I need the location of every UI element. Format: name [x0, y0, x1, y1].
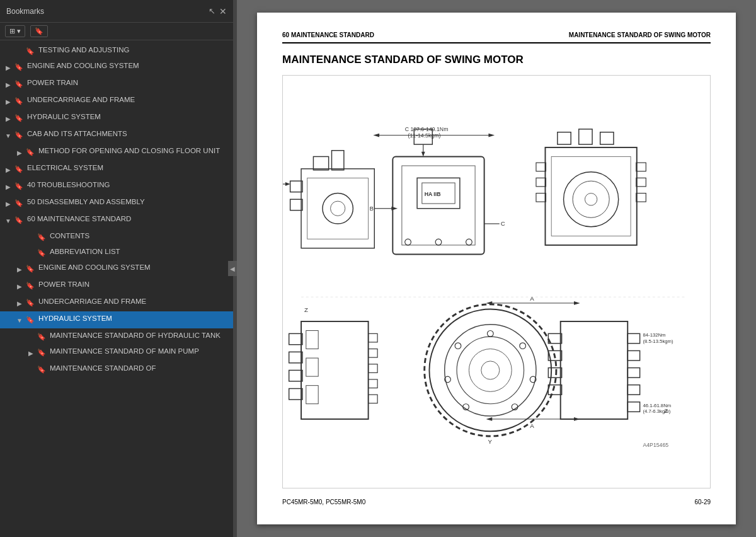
list-item[interactable]: ▶ 🔖 40 TROUBLESHOOTING: [0, 178, 233, 195]
list-item[interactable]: ▶ 🔖 METHOD FOR OPENING AND CLOSING FLOOR…: [0, 144, 233, 161]
svg-rect-42: [536, 163, 546, 171]
bookmarks-header: Bookmarks ↖ ✕: [0, 0, 233, 23]
list-item[interactable]: ▶ 🔖 ELECTRICAL SYSTEM: [0, 161, 233, 178]
svg-rect-0: [301, 169, 374, 248]
expand-icon[interactable]: ▶: [3, 164, 14, 175]
list-item-hydraulic-system-active[interactable]: ▼ 🔖 HYDRAULIC SYSTEM: [0, 311, 233, 328]
list-item[interactable]: ▶ 🔖 50 DISASSEMBLY AND ASSEMBLY: [0, 195, 233, 212]
svg-marker-51: [574, 301, 580, 305]
svg-rect-65: [369, 395, 378, 403]
svg-rect-5: [307, 178, 369, 239]
bookmark-icon-button[interactable]: 🔖: [30, 25, 48, 37]
list-item[interactable]: ▼ 🔖 60 MAINTENANCE STANDARD: [0, 212, 233, 229]
bookmark-icon: 🔖: [14, 130, 24, 140]
list-item[interactable]: ▶ 🔖 UNDERCARRIAGE AND FRAME: [0, 294, 233, 311]
bookmark-label: TESTING AND ADJUSTING: [38, 45, 229, 55]
svg-rect-47: [636, 193, 646, 202]
svg-rect-58: [306, 330, 318, 349]
expand-icon[interactable]: ▶: [14, 263, 25, 275]
toolbar-row: ⊞ ▾ 🔖: [0, 23, 233, 40]
svg-text:C: C: [501, 220, 505, 227]
expand-icon[interactable]: ▶: [3, 62, 14, 73]
svg-rect-83: [627, 368, 639, 378]
bookmark-label: ABBREVIATION LIST: [50, 247, 229, 257]
expand-icon[interactable]: ▶: [3, 198, 14, 209]
expand-icon[interactable]: ▶: [3, 181, 14, 192]
bookmark-icon: 🔖: [35, 27, 43, 35]
list-item[interactable]: 🔖 MAINTENANCE STANDARD OF HYDRAULIC TANK: [0, 328, 233, 344]
svg-text:A: A: [530, 422, 534, 429]
expand-icon[interactable]: ▶: [3, 96, 14, 107]
bookmarks-title: Bookmarks: [6, 7, 44, 16]
svg-rect-44: [536, 193, 546, 202]
svg-rect-45: [636, 163, 646, 171]
close-icon[interactable]: ✕: [219, 6, 227, 16]
svg-rect-60: [306, 386, 318, 404]
bookmarks-list[interactable]: 🔖 TESTING AND ADJUSTING ▶ 🔖 ENGINE AND C…: [0, 40, 233, 537]
expand-icon[interactable]: ▶: [25, 347, 37, 359]
doc-footer-model: PC45MR-5M0, PC55MR-5M0: [282, 499, 365, 505]
svg-rect-56: [289, 370, 302, 381]
list-item[interactable]: ▶ 🔖 UNDERCARRIAGE AND FRAME: [0, 93, 233, 110]
svg-rect-54: [289, 333, 302, 344]
bookmark-label: 40 TROUBLESHOOTING: [27, 180, 229, 190]
list-item[interactable]: ▶ 🔖 POWER TRAIN: [0, 76, 233, 93]
list-item[interactable]: ▶ 🔖 POWER TRAIN: [0, 277, 233, 294]
svg-rect-37: [545, 147, 636, 245]
bookmark-icon: 🔖: [37, 248, 47, 258]
expand-icon[interactable]: ▼: [14, 315, 25, 326]
svg-rect-34: [558, 132, 571, 144]
bookmark-label: ELECTRICAL SYSTEM: [27, 163, 229, 173]
list-item[interactable]: 🔖 CONTENTS: [0, 229, 233, 245]
resize-arrow[interactable]: ◀: [228, 261, 237, 276]
svg-marker-15: [488, 134, 495, 137]
doc-header: 60 MAINTENANCE STANDARD MAINTENANCE STAN…: [282, 32, 711, 43]
bookmark-icon: 🔖: [25, 297, 35, 308]
list-item[interactable]: ▶ 🔖 ENGINE AND COOLING SYSTEM: [0, 260, 233, 277]
bookmark-label: MAINTENANCE STANDARD OF MAIN PUMP: [50, 347, 229, 356]
list-item[interactable]: ▶ 🔖 ENGINE AND COOLING SYSTEM: [0, 59, 233, 76]
expand-icon[interactable]: ▶: [14, 147, 25, 158]
svg-marker-95: [486, 417, 493, 421]
bookmark-icon: 🔖: [25, 315, 35, 325]
svg-rect-2: [331, 151, 343, 170]
doc-header-left: 60 MAINTENANCE STANDARD: [282, 32, 374, 38]
list-item[interactable]: 🔖 ABBREVIATION LIST: [0, 245, 233, 260]
svg-rect-61: [369, 333, 378, 342]
bookmark-icon: 🔖: [14, 164, 24, 174]
bookmark-icon: 🔖: [14, 79, 24, 89]
document-panel: 60 MAINTENANCE STANDARD MAINTENANCE STAN…: [237, 0, 756, 537]
list-item[interactable]: 🔖 MAINTENANCE STANDARD OF: [0, 361, 233, 377]
svg-point-68: [445, 325, 536, 416]
list-item[interactable]: ▼ 🔖 CAB AND ITS ATTACHMENTS: [0, 127, 233, 144]
svg-rect-80: [561, 321, 628, 419]
list-item[interactable]: ▶ 🔖 MAINTENANCE STANDARD OF MAIN PUMP: [0, 344, 233, 361]
list-item[interactable]: ▶ 🔖 HYDRAULIC SYSTEM: [0, 110, 233, 127]
resize-handle[interactable]: ◀: [233, 0, 237, 537]
doc-footer: PC45MR-5M0, PC55MR-5M0 60-29: [282, 494, 711, 505]
svg-text:Z: Z: [664, 407, 668, 414]
svg-text:Z: Z: [304, 306, 308, 313]
svg-text:B: B: [370, 205, 374, 212]
svg-marker-30: [391, 207, 398, 211]
expand-icon[interactable]: ▶: [14, 280, 25, 292]
svg-rect-35: [579, 129, 592, 144]
swing-motor-diagram: B C 107.6-149.1Nm (11-14.5kgm): [283, 76, 710, 488]
svg-rect-38: [551, 156, 631, 236]
bookmark-icon: 🔖: [14, 96, 24, 106]
svg-rect-1: [313, 156, 328, 170]
svg-rect-53: [301, 321, 369, 419]
view-options-button[interactable]: ⊞ ▾: [5, 25, 25, 37]
svg-rect-55: [289, 352, 302, 362]
expand-icon[interactable]: ▶: [3, 79, 14, 90]
expand-icon[interactable]: ▼: [3, 215, 14, 226]
bookmark-icon: 🔖: [14, 181, 24, 191]
bookmark-icon: 🔖: [25, 280, 35, 291]
expand-icon[interactable]: ▼: [3, 130, 14, 141]
expand-icon[interactable]: ▶: [14, 297, 25, 309]
expand-icon[interactable]: ▶: [3, 113, 14, 124]
list-item[interactable]: 🔖 TESTING AND ADJUSTING: [0, 43, 233, 59]
doc-main-title: MAINTENANCE STANDARD OF SWING MOTOR: [282, 54, 711, 66]
svg-text:A: A: [530, 295, 534, 302]
bookmark-icon: 🔖: [14, 215, 24, 225]
